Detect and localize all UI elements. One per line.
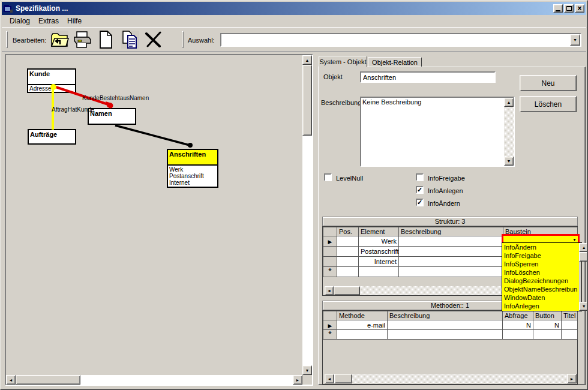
cell-element[interactable]: Postanschrift <box>359 247 399 257</box>
cell-beschreibung[interactable] <box>388 320 503 330</box>
arrow-right-icon: ► <box>296 378 300 382</box>
cell-titel[interactable] <box>562 320 578 330</box>
title-bar[interactable]: Spezifikation ... × <box>2 2 586 15</box>
beschreibung-scrollbar[interactable]: ▲ ▼ <box>504 98 514 166</box>
folder-up-icon <box>50 30 69 49</box>
methoden-horizontal-scrollbar[interactable]: ◄ ► <box>325 374 577 383</box>
new-row-selector[interactable]: * <box>323 330 337 340</box>
scroll-right-button[interactable]: ► <box>293 375 302 385</box>
cell-pos[interactable] <box>337 236 359 247</box>
neu-button[interactable]: Neu <box>520 75 577 91</box>
cell-beschreibung[interactable] <box>399 247 503 257</box>
loeschen-button[interactable]: Löschen <box>520 96 577 112</box>
col-titel[interactable]: Titel <box>562 311 578 320</box>
cell-pos[interactable] <box>337 257 359 267</box>
print-button[interactable] <box>72 29 92 50</box>
col-methode[interactable]: Methode <box>337 311 388 320</box>
auswahl-dropdown-button[interactable]: ▼ <box>570 34 580 46</box>
horizontal-scroll-thumb[interactable] <box>16 375 80 385</box>
dropdown-item[interactable]: InfoÄndern <box>502 243 579 251</box>
dropdown-item[interactable]: InfoLöschen <box>502 268 579 277</box>
vertical-scroll-thumb[interactable] <box>579 252 588 262</box>
objekt-input[interactable] <box>360 71 496 83</box>
relation-namen-anschriften[interactable] <box>115 125 193 148</box>
delete-button[interactable] <box>143 29 164 50</box>
menu-extras[interactable]: Extras <box>34 16 63 26</box>
cell-beschreibung[interactable] <box>399 236 503 247</box>
col-pos[interactable]: Pos. <box>337 227 359 236</box>
close-button[interactable]: × <box>575 4 584 13</box>
cell-element[interactable]: Werk <box>359 236 399 247</box>
new-row-selector[interactable]: * <box>323 267 337 277</box>
infoaendern-checkbox[interactable] <box>416 199 424 206</box>
col-beschreibung[interactable]: Beschreibung <box>399 227 503 236</box>
infoanlegen-checkbox[interactable] <box>416 186 424 194</box>
cell-methode[interactable] <box>337 330 388 340</box>
scroll-left-button[interactable]: ◄ <box>325 374 334 383</box>
cell-abfrage[interactable] <box>503 330 533 340</box>
toolbar-gripper[interactable] <box>6 31 8 48</box>
copy-button[interactable] <box>120 29 140 50</box>
menu-hilfe[interactable]: Hilfe <box>63 16 86 26</box>
cell-pos[interactable] <box>337 267 359 277</box>
row-selector[interactable] <box>323 247 337 257</box>
scroll-right-button[interactable]: ► <box>567 374 577 383</box>
col-element[interactable]: Element <box>359 227 399 236</box>
new-row-icon: * <box>328 267 332 277</box>
dropdown-item[interactable]: InfoFreigabe <box>502 251 579 260</box>
tab-system-objekt[interactable]: System - Objekt <box>319 56 367 67</box>
scroll-down-button[interactable]: ▼ <box>579 302 588 311</box>
cell-button[interactable] <box>533 330 562 340</box>
scroll-up-button[interactable]: ▲ <box>504 98 514 107</box>
infoanlegen-label: InfoAnlegen <box>428 187 463 194</box>
dropdown-item[interactable]: WindowDaten <box>502 293 579 302</box>
cell-beschreibung[interactable] <box>399 267 503 277</box>
vertical-scroll-thumb[interactable] <box>302 65 312 136</box>
dropdown-scrollbar[interactable]: ▲ ▼ <box>579 243 581 311</box>
toolbar-gripper-2[interactable] <box>182 31 184 48</box>
table-row: ▶ e-mail N N <box>323 320 578 330</box>
beschreibung-textarea[interactable]: Keine Beschreibung ▲ ▼ <box>360 97 515 167</box>
cell-beschreibung[interactable] <box>388 330 503 340</box>
scroll-left-button[interactable]: ◄ <box>325 286 334 295</box>
tab-objekt-relation[interactable]: Objekt-Relation <box>368 57 422 67</box>
scroll-up-button[interactable]: ▲ <box>579 243 588 252</box>
beschreibung-text: Keine Beschreibung <box>362 98 503 106</box>
cell-methode[interactable]: e-mail <box>337 320 388 330</box>
cell-element[interactable] <box>359 267 399 277</box>
menu-dialog[interactable]: Dialog <box>5 16 34 26</box>
current-row-selector[interactable]: ▶ <box>323 320 337 330</box>
col-button[interactable]: Button <box>533 311 562 320</box>
canvas-vertical-scrollbar[interactable]: ▲ ▼ <box>302 55 312 375</box>
levelnull-checkbox[interactable] <box>324 173 332 181</box>
cell-abfrage[interactable]: N <box>503 320 533 330</box>
canvas-horizontal-scrollbar[interactable]: ◄ ► <box>6 375 302 385</box>
cell-element[interactable]: Internet <box>359 257 399 267</box>
current-row-icon: ▶ <box>328 323 332 329</box>
horizontal-scroll-thumb[interactable] <box>334 286 360 295</box>
dropdown-item[interactable]: InfoAnlegen <box>502 302 579 310</box>
col-beschreibung[interactable]: Beschreibung <box>388 311 503 320</box>
minimize-button[interactable] <box>553 4 563 13</box>
dropdown-item[interactable]: InfoSperren <box>502 260 579 268</box>
dropdown-item[interactable]: ObjektNameBeschreibun <box>502 285 579 293</box>
cell-pos[interactable] <box>337 247 359 257</box>
diagram-draw-area[interactable]: Kunde Adresse Namen Aufträge Anschriften… <box>6 55 302 375</box>
horizontal-scroll-thumb[interactable] <box>334 374 352 383</box>
scroll-down-button[interactable]: ▼ <box>504 157 514 166</box>
cell-titel[interactable] <box>562 330 578 340</box>
new-document-button[interactable] <box>95 29 116 50</box>
folder-up-button[interactable] <box>49 29 70 50</box>
current-row-selector[interactable]: ▶ <box>323 236 337 247</box>
scroll-up-button[interactable]: ▲ <box>302 55 312 65</box>
row-selector[interactable] <box>323 257 337 267</box>
dropdown-item[interactable]: DialogBezeichnungen <box>502 277 579 285</box>
col-abfrage[interactable]: Abfrage <box>503 311 533 320</box>
scroll-down-button[interactable]: ▼ <box>302 365 312 375</box>
infofreigabe-checkbox[interactable] <box>416 173 424 181</box>
cell-beschreibung[interactable] <box>399 257 503 267</box>
cell-button[interactable]: N <box>533 320 562 330</box>
scroll-left-button[interactable]: ◄ <box>6 375 16 385</box>
maximize-button[interactable] <box>564 4 574 13</box>
auswahl-input[interactable] <box>221 34 570 46</box>
